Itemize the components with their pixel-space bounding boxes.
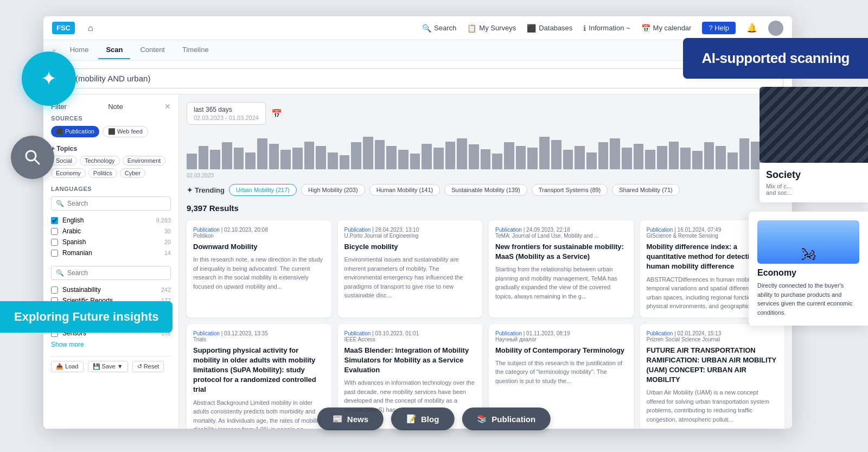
pub-badge-7: Publication	[647, 330, 673, 336]
calendar-nav-item[interactable]: 📅 My calendar	[641, 24, 692, 33]
calendar-icon: 📅	[641, 24, 650, 33]
nav-right: 🔍 Search 📋 My Surveys ⬛ Databases ℹ Info…	[422, 21, 783, 36]
main-content: Filter Note ✕ Sources ⬛ Publication ⬛ We…	[43, 94, 792, 429]
databases-nav-item[interactable]: ⬛ Databases	[527, 24, 572, 33]
search-nav-item[interactable]: 🔍 Search	[422, 24, 456, 33]
svg-line-1	[35, 160, 39, 164]
calendar-label: My calendar	[653, 24, 692, 32]
sources-search-input[interactable]	[67, 269, 166, 277]
card-title-1[interactable]: Bicycle mobility	[344, 242, 476, 252]
trend-tag-shared[interactable]: Shared Mobility (71)	[612, 184, 679, 196]
lang-english-checkbox[interactable]	[51, 217, 58, 224]
lang-search-input[interactable]	[67, 200, 166, 207]
trend-tag-sustainable[interactable]: Sustainable Mobility (139)	[444, 184, 527, 196]
card-title-6[interactable]: Mobility of Contemporary Terminology	[495, 346, 627, 355]
save-button[interactable]: 💾 Save ▼	[88, 361, 128, 372]
card-meta-2: Publication | 24.09.2023, 22:18 TeMA: Jo…	[495, 227, 627, 239]
card-title-5[interactable]: MaaS Blender: Integration of Mobility Si…	[344, 346, 476, 375]
lang-arabic-count: 30	[164, 228, 171, 234]
results-count: 9,397 Results	[187, 203, 784, 213]
date-range-sub: 02.03.2023 - 01.03.2024	[194, 114, 259, 121]
tab-home[interactable]: Home	[62, 41, 97, 59]
tab-timeline[interactable]: Timeline	[175, 41, 216, 59]
card-meta-7: Publication | 02.01.2024, 15:13 Prizren …	[647, 330, 778, 342]
bell-icon[interactable]: 🔔	[746, 23, 757, 33]
avatar[interactable]	[768, 21, 783, 36]
home-icon[interactable]: ⌂	[88, 23, 93, 33]
tab-scan[interactable]: Scan	[98, 41, 130, 59]
trend-tag-urban[interactable]: Urban Mobility (217)	[229, 184, 297, 196]
sources-search-icon: 🔍	[56, 269, 64, 277]
blog-bottom-button[interactable]: 📝 Blog	[391, 408, 454, 430]
lang-english: English 9,283	[51, 215, 171, 226]
lang-romanian-label: Romanian	[62, 249, 92, 257]
table-row: Publication | 28.04.2023, 13:10 U.Porto …	[338, 220, 483, 317]
source-tag-webfeed[interactable]: ⬛ Web feed	[103, 126, 148, 137]
card-meta-1: Publication | 28.04.2023, 13:10 U.Porto …	[344, 227, 476, 239]
bar	[716, 146, 726, 169]
note-button[interactable]: Note	[108, 103, 123, 111]
topic-economy[interactable]: Economy	[51, 168, 86, 178]
reset-button[interactable]: ↺ Reset	[132, 361, 164, 372]
source-tag-publication[interactable]: ⬛ Publication	[51, 126, 99, 137]
pub-badge-0: Publication	[193, 227, 220, 233]
calendar-picker-icon[interactable]: 📅	[271, 109, 282, 119]
topic-cyber[interactable]: Cyber	[120, 168, 145, 178]
lang-arabic-checkbox[interactable]	[51, 228, 58, 235]
card-title-4[interactable]: Supporting physical activity for mobilit…	[193, 346, 325, 395]
card-title-7[interactable]: FUTURE AIR TRANSPORTATION RAMIFICATION: …	[647, 346, 778, 385]
source-sustainability: Sustainability 242	[51, 284, 171, 295]
date-range-box[interactable]: last 365 days 02.03.2023 - 01.03.2024	[187, 102, 266, 125]
information-nav-item[interactable]: ℹ Information ~	[583, 24, 630, 33]
blog-icon: 📝	[406, 414, 417, 424]
source-sustainability-label: Sustainability	[62, 286, 101, 294]
topic-technology[interactable]: Technology	[80, 156, 120, 165]
load-button[interactable]: 📥 Load	[51, 361, 84, 372]
lang-spanish-count: 20	[164, 239, 171, 245]
bar	[657, 146, 667, 169]
lang-romanian-count: 14	[164, 250, 171, 256]
lang-romanian-checkbox[interactable]	[51, 250, 58, 257]
close-icon[interactable]: ✕	[164, 102, 171, 111]
ai-banner: AI-supported scanning	[683, 38, 868, 79]
economy-overlay: 🌬 Economy Directly connected to the buye…	[749, 212, 868, 326]
pub-badge-2: Publication	[495, 227, 522, 233]
search-input[interactable]	[75, 74, 775, 83]
search-bar: 🔍	[52, 68, 783, 88]
lang-spanish-checkbox[interactable]	[51, 239, 58, 246]
help-button[interactable]: ? Help	[702, 22, 736, 34]
bar	[386, 146, 397, 169]
society-image	[760, 87, 868, 163]
trend-tag-human[interactable]: Human Mobility (141)	[369, 184, 441, 196]
databases-label: Databases	[539, 24, 572, 32]
tab-content[interactable]: Content	[132, 41, 173, 59]
bar	[245, 152, 256, 169]
publication-bottom-button[interactable]: 📚 Publication	[462, 408, 551, 430]
float-search-circle	[11, 136, 54, 179]
card-title-2[interactable]: New frontiers for sustainable mobility: …	[495, 242, 627, 262]
card-meta-4: Publication | 03.12.2023, 13:35 Trials	[193, 330, 325, 342]
topic-environment[interactable]: Environment	[123, 156, 166, 165]
trend-tag-high[interactable]: High Mobility (203)	[301, 184, 365, 196]
table-row: Publication | 03.12.2023, 13:35 Trials S…	[187, 324, 331, 429]
bar	[692, 151, 703, 169]
table-row: Publication | 02.01.2024, 15:13 Prizren …	[640, 324, 785, 429]
pub-badge-1: Publication	[344, 227, 371, 233]
source-sustainability-checkbox[interactable]	[51, 287, 58, 294]
topic-politics[interactable]: Politics	[88, 168, 117, 178]
lang-arabic-label: Arabic	[62, 227, 81, 235]
surveys-icon: 📋	[467, 24, 476, 33]
news-bottom-button[interactable]: 📰 News	[317, 408, 384, 430]
publication-icon: 📚	[477, 414, 487, 424]
show-more-link[interactable]: Show more	[51, 341, 171, 348]
bar	[257, 138, 267, 169]
trend-tag-transport[interactable]: Transport Systems (89)	[532, 184, 608, 196]
bar	[316, 146, 326, 169]
lang-romanian: Romanian 14	[51, 247, 171, 258]
bar	[563, 150, 573, 169]
card-title-0[interactable]: Downward Mobility	[193, 242, 325, 252]
topic-social[interactable]: Social	[51, 156, 77, 165]
my-surveys-label: My Surveys	[479, 24, 516, 32]
my-surveys-nav-item[interactable]: 📋 My Surveys	[467, 24, 516, 33]
sidebar-bottom-toolbar: 📥 Load 💾 Save ▼ ↺ Reset	[51, 356, 171, 377]
